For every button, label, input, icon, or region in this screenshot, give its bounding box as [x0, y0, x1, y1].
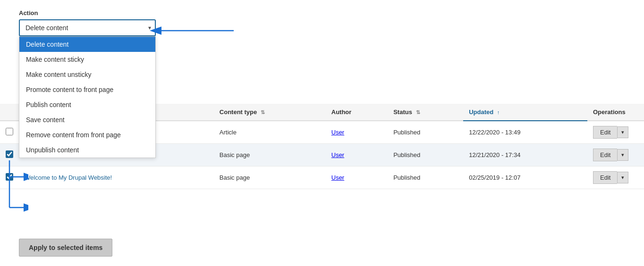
row1-edit-group: Edit ▾ [593, 126, 638, 139]
col-operations: Operations [587, 104, 644, 121]
row2-edit-button[interactable]: Edit [593, 149, 617, 161]
row3-title-link[interactable]: Welcome to My Drupal Website! [25, 174, 112, 181]
row2-author: User [326, 144, 388, 166]
col-updated: Updated ↑ [463, 104, 587, 121]
menu-item-delete-content[interactable]: Delete content [19, 37, 155, 52]
action-selected-value: Delete content [25, 24, 68, 32]
row2-edit-dropdown-button[interactable]: ▾ [617, 149, 628, 161]
apply-to-selected-button[interactable]: Apply to selected items [19, 239, 112, 257]
menu-item-unpublish[interactable]: Unpublish content [19, 142, 155, 158]
row1-updated: 12/22/2020 - 13:49 [463, 121, 587, 144]
col-checkbox [0, 104, 19, 121]
action-dropdown[interactable]: Delete content [19, 19, 156, 36]
row1-author: User [326, 121, 388, 144]
apply-section: Apply to selected items [19, 231, 112, 257]
row3-title: Welcome to My Drupal Website! [19, 166, 214, 189]
row1-checkbox[interactable] [6, 128, 13, 135]
row3-content-type: Basic page [214, 166, 326, 189]
action-dropdown-wrapper: Delete content ▾ Delete content Make con… [19, 19, 156, 36]
row3-checkbox-cell [0, 166, 19, 189]
col-status: Status ⇅ [388, 104, 463, 121]
row1-edit-dropdown-button[interactable]: ▾ [617, 126, 628, 138]
row3-author-link[interactable]: User [331, 174, 344, 181]
row3-updated: 02/25/2019 - 12:07 [463, 166, 587, 189]
menu-item-make-sticky[interactable]: Make content sticky [19, 52, 155, 67]
row1-author-link[interactable]: User [331, 129, 344, 136]
row3-operations: Edit ▾ [587, 166, 644, 189]
row2-operations: Edit ▾ [587, 144, 644, 166]
menu-item-make-unsticky[interactable]: Make content unsticky [19, 67, 155, 82]
menu-item-publish[interactable]: Publish content [19, 97, 155, 112]
row3-status: Published [388, 166, 463, 189]
row3-author: User [326, 166, 388, 189]
row3-checkbox[interactable] [6, 173, 13, 181]
row2-content-type: Basic page [214, 144, 326, 166]
row2-edit-group: Edit ▾ [593, 149, 638, 161]
status-sort-icon[interactable]: ⇅ [416, 109, 420, 116]
row1-checkbox-cell [0, 121, 19, 144]
row1-operations: Edit ▾ [587, 121, 644, 144]
row2-status: Published [388, 144, 463, 166]
row1-content-type: Article [214, 121, 326, 144]
row3-edit-group: Edit ▾ [593, 171, 638, 184]
row2-updated: 12/21/2020 - 17:34 [463, 144, 587, 166]
row3-edit-button[interactable]: Edit [593, 171, 617, 184]
action-label: Action [19, 9, 156, 17]
updated-sort-icon[interactable]: ↑ [497, 109, 500, 115]
menu-item-remove-front[interactable]: Remove content from front page [19, 127, 155, 142]
row1-status: Published [388, 121, 463, 144]
row3-edit-dropdown-button[interactable]: ▾ [617, 172, 628, 183]
content-type-sort-icon[interactable]: ⇅ [261, 109, 265, 116]
table-row: Welcome to My Drupal Website! Basic page… [0, 166, 644, 189]
row2-author-link[interactable]: User [331, 151, 344, 158]
menu-item-save[interactable]: Save content [19, 112, 155, 127]
row1-edit-button[interactable]: Edit [593, 126, 617, 139]
menu-item-promote-front[interactable]: Promote content to front page [19, 82, 155, 97]
col-content-type: Content type ⇅ [214, 104, 326, 121]
col-author: Author [326, 104, 388, 121]
row2-checkbox[interactable] [6, 150, 13, 158]
row2-checkbox-cell [0, 144, 19, 166]
action-dropdown-menu: Delete content Make content sticky Make … [19, 36, 156, 158]
